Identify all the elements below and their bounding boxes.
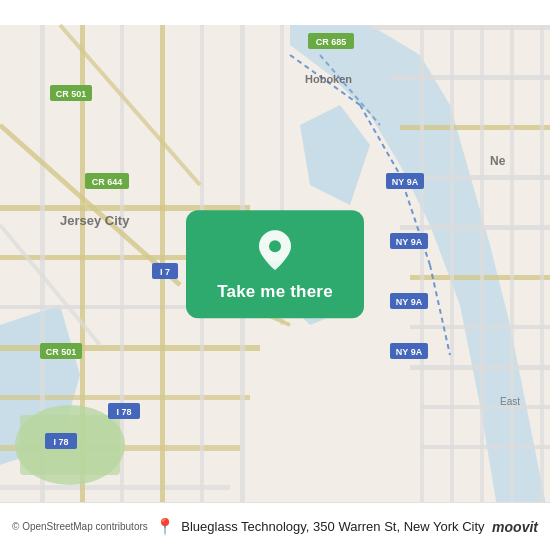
map-container: CR 685 CR 501 CR 644 CR 501 I 7 I 78 I 7… [0, 0, 550, 550]
take-me-there-button[interactable]: Take me there [217, 282, 333, 302]
svg-text:I 78: I 78 [116, 407, 131, 417]
svg-text:Hoboken: Hoboken [305, 73, 352, 85]
svg-point-72 [269, 240, 281, 252]
svg-rect-11 [0, 485, 230, 490]
svg-text:CR 644: CR 644 [92, 177, 123, 187]
svg-text:NY 9A: NY 9A [396, 297, 423, 307]
location-pin-icon [257, 228, 293, 272]
map-attribution: © OpenStreetMap contributors [12, 521, 148, 532]
svg-rect-8 [0, 345, 260, 351]
svg-text:CR 501: CR 501 [46, 347, 77, 357]
svg-text:East: East [500, 396, 520, 407]
svg-rect-29 [420, 25, 424, 525]
location-text: Blueglass Technology, 350 Warren St, New… [181, 519, 484, 534]
svg-rect-9 [0, 395, 250, 400]
svg-text:CR 685: CR 685 [316, 37, 347, 47]
moovit-logo: moovit [492, 519, 538, 535]
svg-rect-12 [370, 25, 550, 30]
bottom-bar: © OpenStreetMap contributors 📍 Blueglass… [0, 502, 550, 550]
svg-text:NY 9A: NY 9A [392, 177, 419, 187]
svg-text:Jersey City: Jersey City [60, 213, 130, 228]
svg-rect-13 [390, 75, 550, 80]
svg-rect-20 [420, 405, 550, 409]
svg-rect-32 [510, 25, 514, 525]
svg-text:Ne: Ne [490, 154, 506, 168]
svg-rect-21 [420, 445, 550, 449]
svg-text:NY 9A: NY 9A [396, 347, 423, 357]
moovit-label: moovit [492, 519, 538, 535]
svg-rect-30 [450, 25, 454, 525]
svg-text:I 78: I 78 [53, 437, 68, 447]
svg-text:CR 501: CR 501 [56, 89, 87, 99]
svg-rect-31 [480, 25, 484, 525]
location-info: 📍 Blueglass Technology, 350 Warren St, N… [148, 517, 492, 536]
svg-rect-33 [540, 25, 544, 525]
moovit-pin-icon: 📍 [155, 517, 175, 536]
svg-text:I 7: I 7 [160, 267, 170, 277]
cta-overlay: Take me there [186, 210, 364, 318]
svg-text:NY 9A: NY 9A [396, 237, 423, 247]
green-card: Take me there [186, 210, 364, 318]
